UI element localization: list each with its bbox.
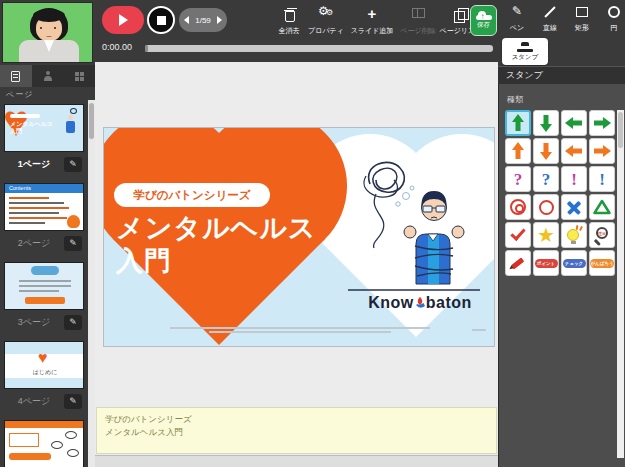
thumb-title: Contents xyxy=(5,184,84,193)
text-line xyxy=(9,197,49,199)
seek-bar[interactable] xyxy=(145,45,493,52)
page-thumbnail-3[interactable] xyxy=(4,262,84,310)
rectangle-tool-button[interactable]: 矩形 xyxy=(568,5,596,33)
pencil-icon xyxy=(509,254,527,272)
arrow-right-icon xyxy=(593,114,611,132)
stamp-exclamation-magenta[interactable]: ! xyxy=(561,166,587,192)
stamp-badge-ganbarou[interactable]: がんばろう xyxy=(589,250,615,276)
notes-line1: 学びのバトンシリーズ xyxy=(105,413,488,426)
lightbulb-icon xyxy=(565,226,583,244)
page-thumbnail-5[interactable] xyxy=(4,420,84,467)
stamp-triangle-green[interactable] xyxy=(589,194,615,220)
scrollbar-thumb[interactable] xyxy=(89,103,94,139)
page-thumbnail-list: ♥ メンタルヘルス入門 1ページ ✎ Contents 2ページ ✎ xyxy=(0,100,88,467)
presenter-fringe xyxy=(33,9,65,22)
stamp-double-circle-red[interactable] xyxy=(505,194,531,220)
presenter-eye xyxy=(40,27,42,29)
grid-icon xyxy=(75,72,84,81)
page-thumbnail-2[interactable]: Contents xyxy=(4,183,84,231)
speech-bubble-mini xyxy=(67,449,79,457)
page-label: 2ページ xyxy=(4,237,64,250)
scrollbar-thumb[interactable] xyxy=(618,112,623,148)
stamp-check-red[interactable] xyxy=(505,222,531,248)
stamp-arrow-right-green[interactable] xyxy=(589,110,615,136)
page-box-icon xyxy=(412,8,425,18)
tab-layout[interactable] xyxy=(63,65,95,87)
slide-canvas[interactable]: 学びのバトンシリーズ メンタルヘルス 入門 Knowbaton xyxy=(103,127,495,347)
stamp-arrow-left-orange[interactable] xyxy=(561,138,587,164)
orange-button-mini xyxy=(9,453,51,460)
text-line xyxy=(9,207,69,209)
arrow-down-icon xyxy=(537,114,555,132)
stamp-tool-button[interactable]: スタンプ xyxy=(502,38,548,65)
badge-blue: チェック xyxy=(563,259,586,268)
stop-icon xyxy=(157,16,166,25)
edit-page-button[interactable]: ✎ xyxy=(64,236,82,251)
sidebar-scrollbar[interactable] xyxy=(88,100,95,467)
stamp-arrow-left-green[interactable] xyxy=(561,110,587,136)
text-line xyxy=(9,217,67,219)
circle-icon xyxy=(539,200,554,215)
stamp-magnifier[interactable]: 注目 xyxy=(589,222,615,248)
edit-page-button[interactable]: ✎ xyxy=(64,315,82,330)
edit-page-button[interactable]: ✎ xyxy=(64,157,82,172)
page-list-icon xyxy=(454,8,468,21)
line-tool-button[interactable]: 直線 xyxy=(536,5,564,33)
stamp-arrow-up-green[interactable] xyxy=(505,110,531,136)
pen-tool-button[interactable]: ✎ ペン xyxy=(503,5,531,33)
header-bar-mini xyxy=(5,421,84,428)
exclamation-icon: ! xyxy=(599,171,605,188)
play-button[interactable] xyxy=(102,6,144,34)
triangle-icon xyxy=(593,199,611,215)
stamp-panel-header: スタンプ xyxy=(498,66,625,84)
stamp-cross-blue[interactable] xyxy=(561,194,587,220)
cloud-shape xyxy=(31,266,59,275)
notes-line2: メンタルヘルス入門 xyxy=(105,426,488,439)
stamp-badge-check[interactable]: チェック xyxy=(561,250,587,276)
gears-icon: ⚙⚙ xyxy=(318,8,334,21)
previous-page-icon[interactable] xyxy=(184,16,189,24)
notes-editor[interactable]: 学びのバトンシリーズ メンタルヘルス入門 xyxy=(96,407,497,454)
page-navigator: 1/59 xyxy=(179,8,227,32)
save-button[interactable]: ↑ 保存 xyxy=(470,5,497,36)
properties-button[interactable]: ⚙⚙ プロパティ xyxy=(306,8,346,36)
stamp-arrow-down-orange[interactable] xyxy=(533,138,559,164)
line-icon xyxy=(544,6,555,17)
stamp-pencil-red[interactable] xyxy=(505,250,531,276)
bottom-strip xyxy=(95,455,498,467)
stamp-exclamation-blue[interactable]: ! xyxy=(589,166,615,192)
stamp-arrow-right-orange[interactable] xyxy=(589,138,615,164)
page-label-row: 4ページ ✎ xyxy=(4,391,84,411)
slide-title-line2: 入門 xyxy=(116,243,172,279)
next-page-icon[interactable] xyxy=(217,16,222,24)
logo-text-right: baton xyxy=(426,294,472,311)
page-thumbnail-1[interactable]: ♥ メンタルヘルス入門 xyxy=(4,104,84,152)
clear-all-button[interactable]: 全消去 xyxy=(272,8,306,36)
tab-presenter[interactable] xyxy=(32,65,64,87)
series-pill-mini xyxy=(10,114,40,118)
tab-pages[interactable] xyxy=(0,65,32,87)
stamp-question-blue[interactable]: ? xyxy=(533,166,559,192)
add-slide-button[interactable]: + スライド追加 xyxy=(346,8,398,36)
timecode: 0:00.00 xyxy=(102,42,132,52)
stamp-lightbulb[interactable] xyxy=(561,222,587,248)
stamp-question-magenta[interactable]: ? xyxy=(505,166,531,192)
stamp-arrow-down-green[interactable] xyxy=(533,110,559,136)
page-thumbnail-4[interactable]: ♥ はじめに xyxy=(4,341,84,389)
playhead[interactable] xyxy=(145,45,148,52)
page-label-row: 1ページ ✎ xyxy=(4,154,84,174)
stamp-circle-red[interactable] xyxy=(533,194,559,220)
stamp-panel: 種類 ? ? ! ! ★ 注目 ポイント チェック がんばろ xyxy=(498,84,625,467)
stamp-badge-point[interactable]: ポイント xyxy=(533,250,559,276)
man-illustration-mini xyxy=(66,121,75,133)
stamp-panel-scrollbar[interactable] xyxy=(617,110,624,458)
tool-label: スタンプ xyxy=(512,53,539,62)
page-label-row: 2ページ ✎ xyxy=(4,233,84,253)
stop-button[interactable] xyxy=(147,6,175,34)
edit-page-button[interactable]: ✎ xyxy=(64,394,82,409)
person-icon xyxy=(43,71,53,82)
stamp-star-yellow[interactable]: ★ xyxy=(533,222,559,248)
stamp-arrow-up-orange[interactable] xyxy=(505,138,531,164)
circle-tool-button[interactable]: 円 xyxy=(600,5,625,33)
button-label: スライド追加 xyxy=(351,26,394,36)
